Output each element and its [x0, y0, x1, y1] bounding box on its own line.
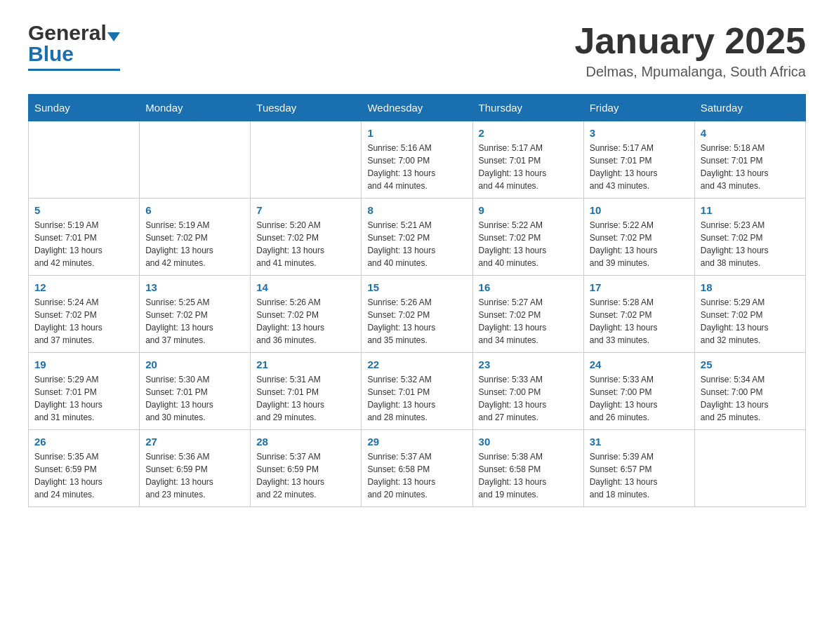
day-number: 19 — [34, 358, 133, 370]
calendar-week-row: 1Sunrise: 5:16 AM Sunset: 7:00 PM Daylig… — [29, 121, 806, 199]
day-number: 23 — [479, 358, 578, 370]
day-number: 25 — [701, 358, 800, 370]
calendar-cell: 6Sunrise: 5:19 AM Sunset: 7:02 PM Daylig… — [140, 199, 251, 276]
weekday-header-tuesday: Tuesday — [251, 95, 362, 121]
day-info: Sunrise: 5:26 AM Sunset: 7:02 PM Dayligh… — [367, 296, 466, 347]
weekday-header-thursday: Thursday — [472, 95, 583, 121]
day-info: Sunrise: 5:17 AM Sunset: 7:01 PM Dayligh… — [479, 142, 578, 192]
logo-underline — [28, 69, 120, 71]
day-number: 10 — [590, 204, 689, 216]
calendar-cell: 17Sunrise: 5:28 AM Sunset: 7:02 PM Dayli… — [583, 276, 694, 353]
logo-blue-text: Blue — [28, 42, 74, 66]
day-info: Sunrise: 5:22 AM Sunset: 7:02 PM Dayligh… — [590, 219, 689, 269]
day-number: 7 — [256, 204, 355, 216]
calendar-cell: 5Sunrise: 5:19 AM Sunset: 7:01 PM Daylig… — [29, 199, 140, 276]
logo: General Blue — [28, 21, 120, 71]
calendar-cell: 25Sunrise: 5:34 AM Sunset: 7:00 PM Dayli… — [694, 353, 805, 430]
day-number: 21 — [256, 358, 355, 370]
calendar-cell: 31Sunrise: 5:39 AM Sunset: 6:57 PM Dayli… — [583, 430, 694, 507]
weekday-header-wednesday: Wednesday — [362, 95, 472, 121]
weekday-header-monday: Monday — [140, 95, 251, 121]
calendar-week-row: 12Sunrise: 5:24 AM Sunset: 7:02 PM Dayli… — [29, 276, 806, 353]
day-info: Sunrise: 5:21 AM Sunset: 7:02 PM Dayligh… — [367, 219, 466, 269]
calendar-cell: 1Sunrise: 5:16 AM Sunset: 7:00 PM Daylig… — [362, 121, 472, 199]
day-info: Sunrise: 5:39 AM Sunset: 6:57 PM Dayligh… — [590, 450, 689, 501]
calendar-cell: 9Sunrise: 5:22 AM Sunset: 7:02 PM Daylig… — [472, 199, 583, 276]
calendar-cell: 13Sunrise: 5:25 AM Sunset: 7:02 PM Dayli… — [140, 276, 251, 353]
day-number: 30 — [479, 436, 578, 448]
day-number: 6 — [145, 204, 244, 216]
day-info: Sunrise: 5:19 AM Sunset: 7:02 PM Dayligh… — [145, 219, 244, 269]
day-info: Sunrise: 5:37 AM Sunset: 6:59 PM Dayligh… — [256, 450, 355, 501]
day-number: 11 — [701, 204, 800, 216]
day-info: Sunrise: 5:33 AM Sunset: 7:00 PM Dayligh… — [479, 373, 578, 424]
day-info: Sunrise: 5:24 AM Sunset: 7:02 PM Dayligh… — [34, 296, 133, 347]
calendar-cell: 20Sunrise: 5:30 AM Sunset: 7:01 PM Dayli… — [140, 353, 251, 430]
day-number: 5 — [34, 204, 133, 216]
day-number: 16 — [479, 281, 578, 293]
page-header: General Blue January 2025 Delmas, Mpumal… — [28, 21, 806, 80]
calendar-cell: 12Sunrise: 5:24 AM Sunset: 7:02 PM Dayli… — [29, 276, 140, 353]
calendar-cell: 15Sunrise: 5:26 AM Sunset: 7:02 PM Dayli… — [362, 276, 472, 353]
calendar-header-row: SundayMondayTuesdayWednesdayThursdayFrid… — [29, 95, 806, 121]
calendar-cell: 18Sunrise: 5:29 AM Sunset: 7:02 PM Dayli… — [694, 276, 805, 353]
day-info: Sunrise: 5:25 AM Sunset: 7:02 PM Dayligh… — [145, 296, 244, 347]
day-number: 28 — [256, 436, 355, 448]
calendar-cell: 23Sunrise: 5:33 AM Sunset: 7:00 PM Dayli… — [472, 353, 583, 430]
day-info: Sunrise: 5:38 AM Sunset: 6:58 PM Dayligh… — [479, 450, 578, 501]
calendar-cell: 8Sunrise: 5:21 AM Sunset: 7:02 PM Daylig… — [362, 199, 472, 276]
day-info: Sunrise: 5:19 AM Sunset: 7:01 PM Dayligh… — [34, 219, 133, 269]
day-number: 12 — [34, 281, 133, 293]
calendar-cell: 7Sunrise: 5:20 AM Sunset: 7:02 PM Daylig… — [251, 199, 362, 276]
day-number: 18 — [701, 281, 800, 293]
calendar-cell: 11Sunrise: 5:23 AM Sunset: 7:02 PM Dayli… — [694, 199, 805, 276]
day-info: Sunrise: 5:29 AM Sunset: 7:01 PM Dayligh… — [34, 373, 133, 424]
calendar-week-row: 5Sunrise: 5:19 AM Sunset: 7:01 PM Daylig… — [29, 199, 806, 276]
calendar-cell: 19Sunrise: 5:29 AM Sunset: 7:01 PM Dayli… — [29, 353, 140, 430]
calendar-cell: 16Sunrise: 5:27 AM Sunset: 7:02 PM Dayli… — [472, 276, 583, 353]
calendar-cell: 28Sunrise: 5:37 AM Sunset: 6:59 PM Dayli… — [251, 430, 362, 507]
calendar-cell: 10Sunrise: 5:22 AM Sunset: 7:02 PM Dayli… — [583, 199, 694, 276]
day-info: Sunrise: 5:23 AM Sunset: 7:02 PM Dayligh… — [701, 219, 800, 269]
day-info: Sunrise: 5:32 AM Sunset: 7:01 PM Dayligh… — [367, 373, 466, 424]
day-info: Sunrise: 5:16 AM Sunset: 7:00 PM Dayligh… — [367, 142, 466, 192]
day-number: 29 — [367, 436, 466, 448]
calendar-cell: 29Sunrise: 5:37 AM Sunset: 6:58 PM Dayli… — [362, 430, 472, 507]
day-info: Sunrise: 5:35 AM Sunset: 6:59 PM Dayligh… — [34, 450, 133, 501]
day-info: Sunrise: 5:17 AM Sunset: 7:01 PM Dayligh… — [590, 142, 689, 192]
day-number: 24 — [590, 358, 689, 370]
day-number: 17 — [590, 281, 689, 293]
calendar-cell: 21Sunrise: 5:31 AM Sunset: 7:01 PM Dayli… — [251, 353, 362, 430]
calendar-cell: 26Sunrise: 5:35 AM Sunset: 6:59 PM Dayli… — [29, 430, 140, 507]
day-info: Sunrise: 5:18 AM Sunset: 7:01 PM Dayligh… — [701, 142, 800, 192]
day-info: Sunrise: 5:26 AM Sunset: 7:02 PM Dayligh… — [256, 296, 355, 347]
day-info: Sunrise: 5:28 AM Sunset: 7:02 PM Dayligh… — [590, 296, 689, 347]
day-number: 22 — [367, 358, 466, 370]
day-number: 3 — [590, 127, 689, 139]
day-info: Sunrise: 5:37 AM Sunset: 6:58 PM Dayligh… — [367, 450, 466, 501]
day-info: Sunrise: 5:33 AM Sunset: 7:00 PM Dayligh… — [590, 373, 689, 424]
day-info: Sunrise: 5:22 AM Sunset: 7:02 PM Dayligh… — [479, 219, 578, 269]
calendar-cell: 4Sunrise: 5:18 AM Sunset: 7:01 PM Daylig… — [694, 121, 805, 199]
day-info: Sunrise: 5:20 AM Sunset: 7:02 PM Dayligh… — [256, 219, 355, 269]
calendar-cell: 3Sunrise: 5:17 AM Sunset: 7:01 PM Daylig… — [583, 121, 694, 199]
location: Delmas, Mpumalanga, South Africa — [574, 64, 806, 80]
calendar-cell: 24Sunrise: 5:33 AM Sunset: 7:00 PM Dayli… — [583, 353, 694, 430]
day-info: Sunrise: 5:34 AM Sunset: 7:00 PM Dayligh… — [701, 373, 800, 424]
title-section: January 2025 Delmas, Mpumalanga, South A… — [574, 21, 806, 80]
day-info: Sunrise: 5:31 AM Sunset: 7:01 PM Dayligh… — [256, 373, 355, 424]
day-number: 9 — [479, 204, 578, 216]
day-number: 4 — [701, 127, 800, 139]
weekday-header-saturday: Saturday — [694, 95, 805, 121]
calendar-week-row: 19Sunrise: 5:29 AM Sunset: 7:01 PM Dayli… — [29, 353, 806, 430]
logo-arrow-icon — [107, 32, 120, 41]
month-title: January 2025 — [574, 21, 806, 61]
day-number: 20 — [145, 358, 244, 370]
calendar-table: SundayMondayTuesdayWednesdayThursdayFrid… — [28, 94, 806, 507]
day-number: 1 — [367, 127, 466, 139]
calendar-cell — [251, 121, 362, 199]
day-info: Sunrise: 5:29 AM Sunset: 7:02 PM Dayligh… — [701, 296, 800, 347]
calendar-cell: 22Sunrise: 5:32 AM Sunset: 7:01 PM Dayli… — [362, 353, 472, 430]
calendar-week-row: 26Sunrise: 5:35 AM Sunset: 6:59 PM Dayli… — [29, 430, 806, 507]
day-number: 31 — [590, 436, 689, 448]
